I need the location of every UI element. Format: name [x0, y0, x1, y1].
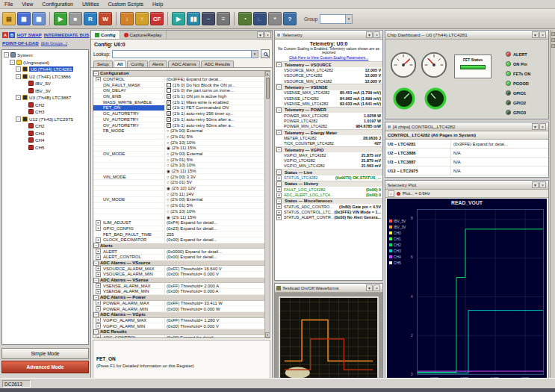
- config-tab-adc-results[interactable]: ADC Results: [201, 60, 234, 67]
- row-expander[interactable]: +: [276, 193, 282, 198]
- config-row-vin-mode-opt-3[interactable]: ○(2'b 11) 24V: [93, 191, 264, 197]
- section-expander[interactable]: -: [93, 312, 99, 317]
- config-row-vsource-alarm-max[interactable]: +VSOURCE_ALARM_MAX(0xFF) Threshold= 16.6…: [93, 266, 264, 272]
- telemetry-row-vsense-ltc4282[interactable]: VSENSE_LTC428284.962 mA (1.699 mV): [275, 96, 382, 101]
- link-point-of-load[interactable]: POINT-OF-LOAD: [2, 40, 39, 46]
- radio-icon[interactable]: ○: [167, 140, 169, 145]
- config-row-power-alarm-max[interactable]: +POWER_ALARM_MAX(0xFF) Threshold= 33.411…: [93, 301, 264, 307]
- close-icon[interactable]: ×: [539, 31, 546, 38]
- tree-expander[interactable]: -: [16, 116, 21, 122]
- section-expander[interactable]: -: [276, 181, 282, 187]
- config-section-adc-alarms-vgpio[interactable]: -ADC Alarms — VGpio: [93, 312, 264, 318]
- config-section-alerts[interactable]: -Alerts: [93, 243, 264, 249]
- help-icon[interactable]: ?: [283, 12, 297, 25]
- row-expander[interactable]: +: [96, 237, 101, 243]
- row-expander[interactable]: +: [96, 249, 101, 254]
- telemetry-row-power-max-ltc4282[interactable]: POWER_MAX_LTC42821.0258 W: [275, 113, 382, 118]
- legend-ibv-3v[interactable]: IBV_3V: [389, 224, 415, 230]
- config-row-adc-control[interactable]: +ADC_CONTROL(0x00) Expand for detail...: [93, 335, 264, 337]
- group-combobox[interactable]: ▼: [320, 14, 353, 24]
- plot-icon[interactable]: ∟: [253, 12, 267, 25]
- dock-tab-icon[interactable]: [551, 38, 555, 42]
- config-row-power-alarm-min[interactable]: +POWER_ALARM_MIN(0x00) Threshold= 0.000 …: [93, 306, 264, 312]
- telemetry-row-power-min-ltc4282[interactable]: POWER_MIN_LTC4282984.6785 mW: [275, 124, 382, 129]
- section-expander[interactable]: -: [93, 243, 99, 248]
- config-row-on-delay[interactable]: ON_DELAY(1'b 0) the part turns on imme..…: [93, 88, 264, 94]
- telemetry-section-telemetry-power[interactable]: -Telemetry — POWER: [275, 107, 382, 113]
- config-row-fb-mode-opt-0[interactable]: FB_MODE○(2'b 00) External: [93, 128, 264, 134]
- go-offline-icon[interactable]: ■: [69, 12, 82, 25]
- menu-item-configuration[interactable]: Configuration: [37, 0, 78, 8]
- row-expander[interactable]: +: [276, 210, 282, 215]
- scope-icon[interactable]: ~: [202, 12, 215, 25]
- menu-item-file[interactable]: File: [0, 0, 17, 8]
- config-row-uv-mode-opt-2[interactable]: ○(2'b 10) 10%: [93, 209, 264, 215]
- telemetry-row-tick-counter-ltc4282[interactable]: TICK_COUNTER_LTC4282427: [275, 141, 382, 146]
- dock-tab-icon[interactable]: [551, 44, 555, 48]
- save-all-icon[interactable]: ▩: [32, 12, 46, 25]
- radio-icon[interactable]: ○: [167, 180, 169, 184]
- config-row-ov-mode-opt-2[interactable]: ○(2'b 10) 10%: [93, 163, 264, 169]
- config-row-clock-decimator[interactable]: +CLOCK_DECIMATOR(0x00) Expand for detail…: [93, 237, 264, 243]
- row-expander[interactable]: +: [96, 323, 101, 329]
- config-section-adc-results[interactable]: -ADC Results: [93, 329, 264, 335]
- scrollbar-thumb[interactable]: [266, 78, 270, 99]
- config-row-on-enb[interactable]: ON_ENB✓(1'b 1) ON pin is active high: [93, 94, 264, 100]
- pane-menu-button[interactable]: ▼: [532, 181, 539, 188]
- section-expander[interactable]: -: [93, 329, 99, 335]
- close-icon[interactable]: ×: [539, 123, 546, 130]
- row-expander[interactable]: +: [96, 220, 101, 225]
- pane-menu-button[interactable]: ▼: [532, 123, 539, 130]
- checkbox-icon[interactable]: ✓: [167, 111, 171, 116]
- telemetry-section-telemetry-vsense[interactable]: -Telemetry — VSENSE: [275, 84, 382, 90]
- telemetry-row-vgpio-max-ltc4282[interactable]: VGPIO_MAX_LTC428221.875 mV: [275, 152, 382, 158]
- link-intermediate-bus[interactable]: INTERMEDIATE BUS: [44, 32, 90, 37]
- row-expander[interactable]: +: [96, 318, 101, 323]
- write-all-registers-icon[interactable]: W: [99, 12, 112, 25]
- checkbox-icon[interactable]: [167, 88, 171, 93]
- radio-icon[interactable]: ◉: [167, 186, 170, 190]
- config-row-ov-mode-opt-0[interactable]: OV_MODE○(2'b 00) External: [93, 152, 264, 158]
- close-icon[interactable]: ×: [264, 31, 271, 38]
- telemetry-row-status-control-ltc[interactable]: +STATUS_CONTROL_LTC...(0x3FFE) VIN Mode …: [275, 209, 382, 214]
- tree-item-u3-7-h4b-ltc3887[interactable]: -U3 (7'h4B) LTC3887: [2, 94, 88, 102]
- tree-expander[interactable]: -: [16, 74, 21, 79]
- config-tab-adc-alarms[interactable]: ADC Alarms: [168, 60, 200, 67]
- checkbox-icon[interactable]: ✓: [167, 100, 171, 105]
- tree-item-u0-7-h44-ltc4281[interactable]: -U0 (7'h44) LTC4281: [2, 66, 88, 73]
- config-row-alert-control[interactable]: +ALERT_CONTROL(0x00) Expand for detail..…: [93, 255, 264, 261]
- row-expander[interactable]: +: [96, 306, 101, 311]
- section-expander[interactable]: -: [276, 84, 282, 90]
- radio-icon[interactable]: ◉: [167, 215, 170, 220]
- config-row-fet-on[interactable]: FET_ON✓(1'b 1) FET Commanded ON: [93, 105, 264, 111]
- tree-item-ibv-3v[interactable]: IBV_3V: [2, 87, 88, 95]
- telemetry-row-vsource-min-ltc4282[interactable]: VSOURCE_MIN_LTC428212.005 V: [275, 78, 382, 84]
- telemetry-row-status-adc-contro[interactable]: +STATUS_ADC_CONTRO...(0x80) Gate pin < 4…: [275, 204, 382, 209]
- config-row-fb-mode-opt-2[interactable]: ○(2'b 10) 10%: [93, 140, 264, 146]
- telemetry-row-vsense-min-ltc4282[interactable]: VSENSE_MIN_LTC428282.033 mA (1.641 mV): [275, 101, 382, 106]
- config-row-vin-mode-opt-2[interactable]: ◉(2'b 10) 12V: [93, 186, 264, 192]
- section-expander[interactable]: -: [93, 71, 99, 76]
- config-row-ov-mode-opt-1[interactable]: ○(2'b 01) 5%: [93, 157, 264, 163]
- config-row-fb-mode-opt-1[interactable]: ○(2'b 01) 5%: [93, 134, 264, 140]
- row-expander[interactable]: +: [96, 283, 101, 288]
- tree-item-ch2[interactable]: CH2: [2, 122, 88, 130]
- config-row-vgpio-alarm-max[interactable]: +VGPIO_ALARM_MAX(0xFF) Threshold= 1.280 …: [93, 318, 264, 324]
- section-expander[interactable]: -: [276, 62, 282, 67]
- section-expander[interactable]: -: [276, 108, 282, 113]
- row-expander[interactable]: +: [96, 226, 101, 231]
- pane-menu-button[interactable]: ▼: [532, 31, 539, 38]
- link-hot-swap[interactable]: HOT SWAP: [17, 32, 42, 37]
- close-icon[interactable]: ×: [373, 31, 380, 38]
- config-row-vgpio-alarm-min[interactable]: +VGPIO_ALARM_MIN(0x00) Threshold= 0.000 …: [93, 323, 264, 329]
- config-section-adc-alarms-vsource[interactable]: -ADC Alarms — VSource: [93, 261, 264, 267]
- record-icon[interactable]: [397, 192, 400, 196]
- checkbox-icon[interactable]: ✓: [167, 94, 171, 99]
- config-row-gpio-config[interactable]: +GPIO_CONFIG(0x23) Expand for detail...: [93, 226, 264, 232]
- tree-item-ch4[interactable]: CH4: [2, 137, 88, 144]
- clear-faults-icon[interactable]: CF: [150, 12, 164, 25]
- tree-item-u12-7-h43-ltc2975[interactable]: -U12 (7'h43) LTC2975: [2, 116, 88, 123]
- tree-item-ch3[interactable]: CH3: [2, 108, 88, 116]
- legend-ch3[interactable]: CH3: [389, 248, 415, 254]
- radio-icon[interactable]: ○: [167, 197, 169, 202]
